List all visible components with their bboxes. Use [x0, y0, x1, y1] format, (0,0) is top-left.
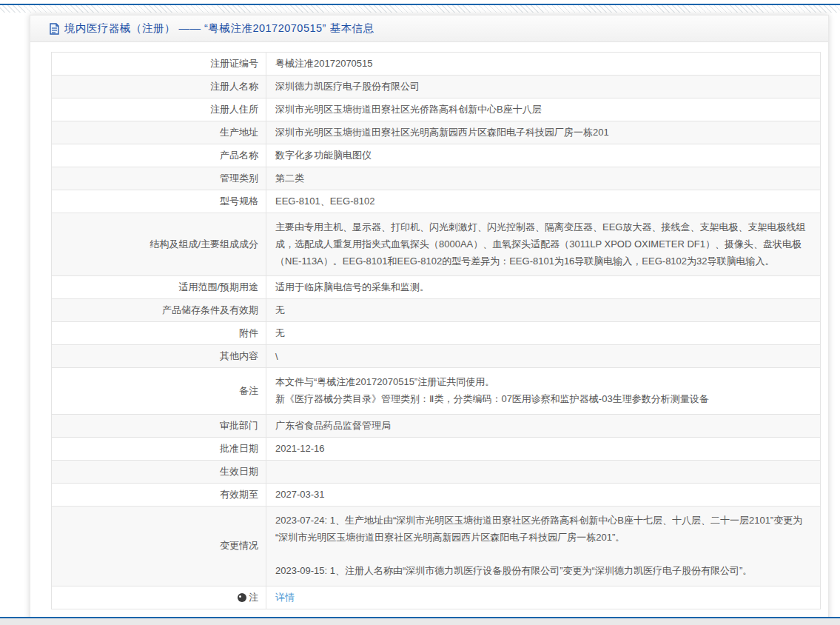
table-row: 注册人住所 深圳市光明区玉塘街道田寮社区光侨路高科创新中心B座十八层 — [52, 98, 821, 121]
note-label-text: 注 — [249, 591, 258, 604]
row-label: 结构及组成/主要组成成分 — [52, 213, 266, 276]
row-value: 2027-03-31 — [266, 483, 821, 506]
table-row: 备注 本文件与“粤械注准20172070515”注册证共同使用。 新《医疗器械分… — [52, 368, 821, 415]
row-value: \ — [266, 345, 821, 368]
table-row: 结构及组成/主要组成成分 主要由专用主机、显示器、打印机、闪光刺激灯、闪光控制器… — [52, 213, 821, 276]
table-row: 变更情况 2023-07-24: 1、生产地址由“深圳市光明区玉塘街道田寮社区光… — [52, 506, 821, 586]
row-value: 深圳市光明区玉塘街道田寮社区光明高新园西片区森阳电子科技园厂房一栋201 — [266, 121, 821, 144]
row-label: 适用范围/预期用途 — [52, 276, 266, 299]
row-label: 批准日期 — [52, 437, 266, 460]
row-label: 产品名称 — [52, 144, 266, 167]
row-value: 第二类 — [266, 167, 821, 190]
note-row: 注 详情 — [52, 586, 821, 609]
row-label: 变更情况 — [52, 506, 266, 586]
row-label: 产品储存条件及有效期 — [52, 299, 266, 322]
row-value: 2021-12-16 — [266, 437, 821, 460]
table-row: 注册人名称 深圳德力凯医疗电子股份有限公司 — [52, 76, 821, 98]
row-label: 生效日期 — [52, 460, 266, 483]
row-label: 其他内容 — [52, 345, 266, 368]
row-label: 备注 — [52, 368, 266, 415]
table-row: 附件 无 — [52, 322, 821, 345]
row-value: 本文件与“粤械注准20172070515”注册证共同使用。 新《医疗器械分类目录… — [266, 368, 821, 415]
table-row: 产品名称 数字化多功能脑电图仪 — [52, 144, 821, 167]
row-label: 有效期至 — [52, 483, 266, 506]
table-row: 产品储存条件及有效期 无 — [52, 299, 821, 322]
note-icon — [238, 593, 246, 602]
row-value: 深圳市光明区玉塘街道田寮社区光侨路高科创新中心B座十八层 — [266, 98, 821, 121]
note-row-value-cell: 详情 — [266, 586, 821, 609]
bottom-gray-band — [0, 618, 840, 625]
panel-title-bar: 境内医疗器械（注册） —— “粤械注准20172070515” 基本信息 — [30, 16, 828, 42]
note-row-label-cell: 注 — [52, 586, 266, 609]
row-value — [266, 460, 821, 483]
table-row: 有效期至 2027-03-31 — [52, 483, 821, 506]
table-row: 型号规格 EEG-8101、EEG-8102 — [52, 190, 821, 213]
row-label: 附件 — [52, 322, 266, 345]
row-label: 注册证编号 — [52, 53, 266, 76]
row-label: 注册人名称 — [52, 76, 266, 98]
page-title: 境内医疗器械（注册） —— “粤械注准20172070515” 基本信息 — [64, 21, 374, 36]
row-label: 注册人住所 — [52, 98, 266, 121]
row-value: 深圳德力凯医疗电子股份有限公司 — [266, 76, 821, 98]
row-value: 广东省食品药品监督管理局 — [266, 414, 821, 437]
info-table-wrapper: 注册证编号 粤械注准20172070515 注册人名称 深圳德力凯医疗电子股份有… — [51, 52, 821, 609]
row-value: 适用于临床脑电信号的采集和监测。 — [266, 276, 821, 299]
row-value: 数字化多功能脑电图仪 — [266, 144, 821, 167]
table-row: 审批部门 广东省食品药品监督管理局 — [52, 414, 821, 437]
document-icon — [50, 23, 59, 35]
table-row: 其他内容 \ — [52, 345, 821, 368]
table-row: 注册证编号 粤械注准20172070515 — [52, 53, 821, 76]
row-label: 审批部门 — [52, 414, 266, 437]
row-value: 无 — [266, 299, 821, 322]
table-row: 生产地址 深圳市光明区玉塘街道田寮社区光明高新园西片区森阳电子科技园厂房一栋20… — [52, 121, 821, 144]
row-label: 管理类别 — [52, 167, 266, 190]
row-label: 型号规格 — [52, 190, 266, 213]
row-value: 粤械注准20172070515 — [266, 53, 821, 76]
table-row: 管理类别 第二类 — [52, 167, 821, 190]
info-table: 注册证编号 粤械注准20172070515 注册人名称 深圳德力凯医疗电子股份有… — [51, 52, 821, 609]
row-value: EEG-8101、EEG-8102 — [266, 190, 821, 213]
table-row: 适用范围/预期用途 适用于临床脑电信号的采集和监测。 — [52, 276, 821, 299]
row-value: 主要由专用主机、显示器、打印机、闪光刺激灯、闪光控制器、隔离变压器、EEG放大器… — [266, 213, 821, 276]
row-label: 生产地址 — [52, 121, 266, 144]
table-row: 批准日期 2021-12-16 — [52, 437, 821, 460]
top-hatch-stripes — [0, 5, 840, 13]
table-row: 生效日期 — [52, 460, 821, 483]
registration-info-panel: 境内医疗器械（注册） —— “粤械注准20172070515” 基本信息 注册证… — [30, 15, 829, 619]
row-value: 无 — [266, 322, 821, 345]
details-link[interactable]: 详情 — [275, 592, 295, 603]
row-value: 2023-07-24: 1、生产地址由“深圳市光明区玉塘街道田寮社区光侨路高科创… — [266, 506, 821, 586]
